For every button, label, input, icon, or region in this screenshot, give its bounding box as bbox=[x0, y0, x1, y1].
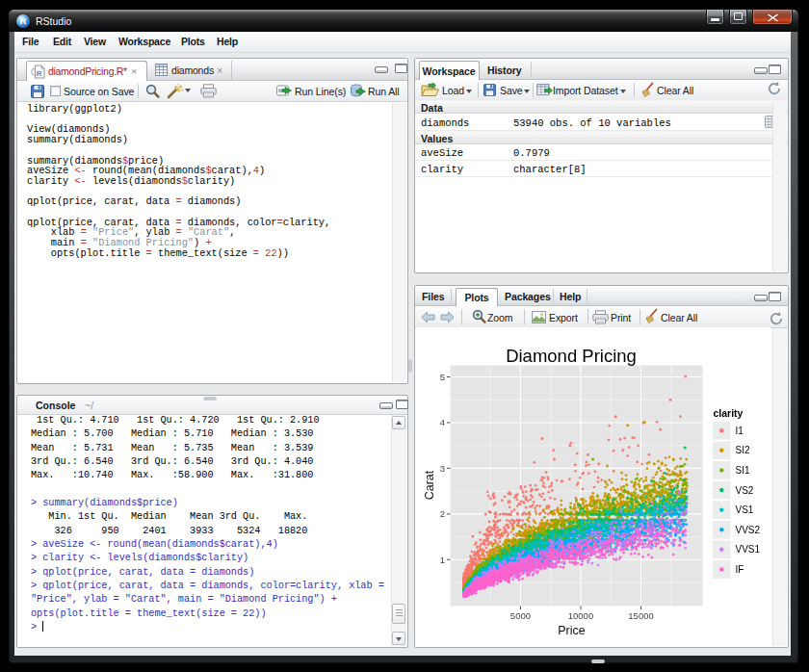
svg-text:R: R bbox=[37, 69, 42, 78]
